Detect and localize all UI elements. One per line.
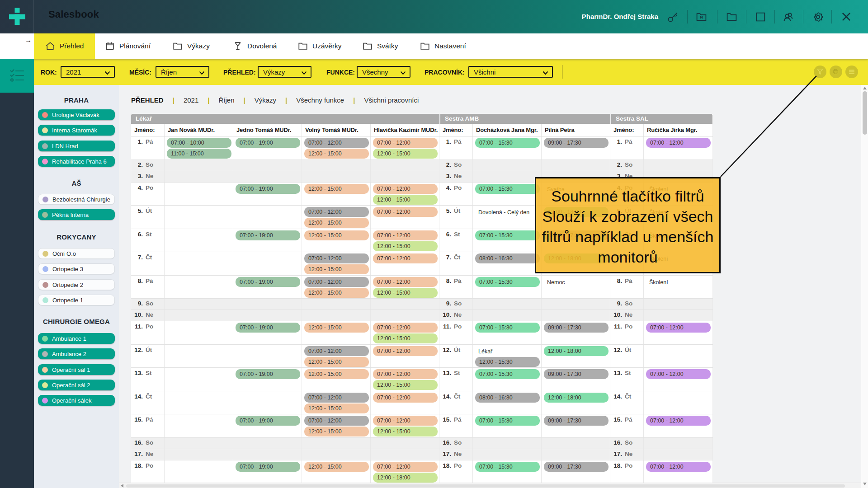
schedule-cell[interactable]: 07:00 - 12:0012:00 - 15:00 (371, 414, 439, 437)
shift-chip[interactable]: 07:00 - 12:00 (646, 138, 711, 148)
sidebar-item[interactable]: Bezbolestná Chirurgie (38, 194, 115, 205)
schedule-cell[interactable]: 07:00 - 12:00 (644, 414, 712, 437)
schedule-cell[interactable] (473, 160, 542, 171)
schedule-cell[interactable]: 07:00 - 12:00 (644, 460, 712, 483)
filter-select-2[interactable]: Výkazy (258, 66, 311, 78)
schedule-cell[interactable] (371, 160, 439, 171)
schedule-cell[interactable]: 07:00 - 15:30 (473, 229, 542, 252)
shift-chip[interactable]: 07:00 - 19:00 (236, 416, 300, 426)
schedule-cell[interactable] (165, 460, 233, 483)
shift-chip[interactable]: 07:00 - 19:00 (236, 462, 300, 472)
schedule-cell[interactable] (371, 449, 439, 460)
schedule-cell[interactable] (233, 299, 302, 310)
schedule-cell[interactable] (542, 310, 610, 321)
shift-chip[interactable]: 07:00 - 12:00 (373, 184, 438, 194)
schedule-cell[interactable] (371, 438, 439, 449)
schedule-cell[interactable] (302, 299, 371, 310)
filter-select-4[interactable]: Všichni (468, 66, 553, 78)
shift-chip[interactable]: 07:00 - 12:00 (373, 393, 438, 403)
schedule-cell[interactable] (165, 252, 233, 275)
schedule-cell[interactable] (473, 299, 542, 310)
schedule-cell[interactable] (473, 449, 542, 460)
shift-chip[interactable]: 07:00 - 15:30 (475, 277, 540, 287)
shift-chip[interactable]: 12:00 - 15:00 (373, 333, 438, 343)
shift-chip[interactable]: 07:00 - 19:00 (236, 369, 300, 379)
schedule-cell[interactable] (165, 276, 233, 299)
schedule-cell[interactable] (165, 391, 233, 414)
schedule-cell[interactable]: 07:00 - 19:00 (233, 368, 302, 391)
schedule-cell[interactable]: 07:00 - 12:0012:00 - 15:00 (302, 345, 371, 368)
schedule-cell[interactable] (165, 171, 233, 182)
shift-chip[interactable]: 12:00 - 15:30 (475, 357, 540, 367)
schedule-cell[interactable]: 07:00 - 15:30 (473, 136, 542, 160)
schedule-cell[interactable]: 09:00 - 17:30 (542, 368, 610, 391)
schedule-cell[interactable] (165, 206, 233, 229)
schedule-cell[interactable]: 08:00 - 16:30 (473, 391, 542, 414)
schedule-cell[interactable]: 07:00 - 19:00 (233, 276, 302, 299)
horizontal-scrollbar[interactable] (119, 483, 861, 488)
sidebar-item[interactable]: Urologie Václavák (38, 109, 115, 120)
shift-chip[interactable]: 09:00 - 17:30 (544, 416, 609, 426)
schedule-cell[interactable] (233, 345, 302, 368)
shift-chip[interactable]: 12:00 - 15:00 (304, 427, 369, 436)
schedule-cell[interactable]: 07:00 - 12:0012:00 - 15:00 (371, 321, 439, 344)
schedule-cell[interactable] (302, 310, 371, 321)
shift-chip[interactable]: 07:00 - 12:00 (373, 277, 438, 287)
checklist-panel-button[interactable] (0, 59, 34, 93)
shift-chip[interactable]: 07:00 - 12:00 (646, 369, 711, 379)
schedule-cell[interactable]: 07:00 - 12:00 (371, 206, 439, 229)
shift-chip[interactable]: 07:00 - 12:00 (304, 393, 369, 403)
shift-chip[interactable]: 09:00 - 17:30 (544, 462, 609, 472)
horizontal-scroll-thumb[interactable] (126, 484, 845, 488)
shift-chip[interactable]: 12:00 - 15:00 (304, 369, 369, 379)
breadcrumb-item[interactable]: Výkazy (255, 96, 276, 104)
folder-n-icon[interactable]: N (694, 10, 708, 23)
shift-chip[interactable]: 11:00 - 15:00 (167, 149, 231, 159)
schedule-cell[interactable]: 12:00 - 15:00 (302, 368, 371, 391)
schedule-cell[interactable] (542, 449, 610, 460)
schedule-cell[interactable] (644, 449, 712, 460)
schedule-cell[interactable]: 07:00 - 15:30 (473, 183, 542, 206)
schedule-cell[interactable] (644, 160, 712, 171)
scroll-up-icon[interactable] (863, 87, 867, 89)
breadcrumb-item[interactable]: Všechny funkce (296, 96, 344, 104)
schedule-cell[interactable]: 08:00 - 16:30 (473, 252, 542, 275)
schedule-cell[interactable] (542, 438, 610, 449)
schedule-cell[interactable] (302, 449, 371, 460)
schedule-cell[interactable]: 07:00 - 12:00 (644, 368, 712, 391)
schedule-cell[interactable]: Dovolená - Celý den (473, 206, 542, 229)
schedule-cell[interactable]: 09:00 - 17:30 (542, 414, 610, 437)
tab-nastaveni[interactable]: Nastavení (409, 33, 472, 59)
schedule-cell[interactable] (165, 183, 233, 206)
schedule-cell[interactable]: 07:00 - 12:0012:00 - 15:00 (302, 206, 371, 229)
shift-chip[interactable]: 12:00 - 15:00 (373, 380, 438, 390)
shift-chip[interactable]: 07:00 - 12:00 (304, 416, 369, 426)
print-button[interactable] (830, 66, 842, 78)
shift-chip[interactable]: 12:00 - 15:00 (304, 288, 369, 298)
schedule-cell[interactable]: 07:00 - 19:00 (233, 136, 302, 160)
schedule-cell[interactable] (165, 368, 233, 391)
collapse-arrow-icon[interactable]: → (25, 36, 32, 44)
shift-chip[interactable]: 07:00 - 12:00 (646, 323, 711, 333)
sidebar-item[interactable]: Ambulance 1 (38, 333, 115, 344)
filter-button[interactable] (814, 66, 826, 78)
shift-chip[interactable]: 07:00 - 12:00 (304, 253, 369, 263)
shift-chip[interactable]: 08:00 - 16:30 (475, 253, 540, 263)
vertical-scrollbar[interactable] (861, 85, 868, 488)
shift-chip[interactable]: 07:00 - 15:30 (475, 416, 540, 426)
shift-chip[interactable]: 07:00 - 12:00 (373, 346, 438, 356)
schedule-cell[interactable]: 12:00 - 18:00 (542, 391, 610, 414)
shift-chip[interactable]: 08:00 - 16:30 (475, 393, 540, 403)
schedule-cell[interactable] (165, 310, 233, 321)
sidebar-item[interactable]: Interna Staromák (38, 125, 115, 136)
shift-chip[interactable]: 07:00 - 12:00 (646, 416, 711, 426)
shift-chip[interactable]: 12:00 - 15:00 (304, 462, 369, 472)
shift-chip[interactable]: 07:00 - 12:00 (373, 416, 438, 426)
schedule-cell[interactable]: Školení (644, 276, 712, 299)
schedule-cell[interactable]: 09:00 - 17:30 (542, 460, 610, 483)
schedule-cell[interactable] (644, 438, 712, 449)
schedule-cell[interactable]: 12:00 - 15:00 (302, 229, 371, 252)
schedule-cell[interactable]: 07:00 - 12:00 (371, 252, 439, 275)
schedule-cell[interactable]: 07:00 - 12:00 (371, 345, 439, 368)
schedule-cell[interactable] (233, 449, 302, 460)
